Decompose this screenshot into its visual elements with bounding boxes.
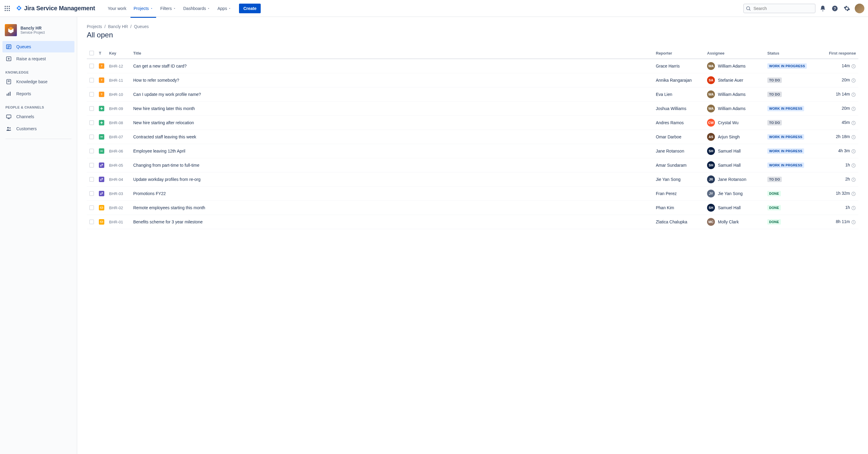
col-title[interactable]: Title (131, 48, 653, 59)
row-checkbox[interactable] (89, 106, 94, 111)
issue-key[interactable]: BHR-07 (109, 135, 123, 139)
row-checkbox[interactable] (89, 163, 94, 168)
breadcrumb-queues[interactable]: Queues (134, 24, 149, 29)
assignee-cell[interactable]: JRJane Rotanson (707, 176, 763, 183)
table-row[interactable]: BHR-04Update workday profiles from re-or… (87, 173, 858, 187)
col-type[interactable]: T (96, 48, 107, 59)
col-key[interactable]: Key (107, 48, 131, 59)
row-checkbox[interactable] (89, 120, 94, 125)
issue-key[interactable]: BHR-11 (109, 78, 123, 83)
table-row[interactable]: BHR-09New hire starting later this month… (87, 101, 858, 116)
app-switcher-icon[interactable] (2, 4, 12, 13)
row-checkbox[interactable] (89, 92, 94, 97)
col-assignee[interactable]: Assignee (705, 48, 765, 59)
project-header[interactable]: Bancly HR Service Project (2, 23, 74, 41)
issue-key[interactable]: BHR-02 (109, 206, 123, 210)
assignee-cell[interactable]: SHSamuel Hall (707, 147, 763, 155)
table-row[interactable]: ?BHR-11How to refer somebody?Annika Rang… (87, 73, 858, 87)
issue-title[interactable]: Changing from part-time to full-time (133, 163, 199, 168)
status-badge[interactable]: DONE (767, 205, 781, 210)
assignee-cell[interactable]: MCMolly Clark (707, 218, 763, 226)
row-checkbox[interactable] (89, 64, 94, 68)
issue-title[interactable]: How to refer somebody? (133, 78, 179, 83)
status-badge[interactable]: DONE (767, 219, 781, 224)
issue-key[interactable]: BHR-01 (109, 220, 123, 224)
issue-title[interactable]: Can I update my work profile name? (133, 92, 201, 97)
row-checkbox[interactable] (89, 177, 94, 182)
issue-title[interactable]: New hire starting after relocation (133, 120, 194, 125)
issue-title[interactable]: Update workday profiles from re-org (133, 177, 200, 182)
issue-title[interactable]: Can get a new staff ID card? (133, 64, 187, 68)
issue-title[interactable]: Promotions FY22 (133, 191, 166, 196)
issue-title[interactable]: Remote employees starting this month (133, 205, 205, 210)
row-checkbox[interactable] (89, 134, 94, 139)
nav-apps[interactable]: Apps (214, 4, 234, 13)
assignee-cell[interactable]: WAWilliam Adams (707, 104, 763, 113)
assignee-cell[interactable]: SHSamuel Hall (707, 204, 763, 212)
nav-projects[interactable]: Projects (130, 4, 156, 13)
issue-key[interactable]: BHR-05 (109, 163, 123, 168)
issue-key[interactable]: BHR-12 (109, 64, 123, 68)
issue-title[interactable]: Employee leaving 12th April (133, 149, 185, 153)
issue-key[interactable]: BHR-10 (109, 92, 123, 97)
col-first-response[interactable]: First response (816, 48, 858, 59)
table-row[interactable]: BHR-05Changing from part-time to full-ti… (87, 158, 858, 173)
row-checkbox[interactable] (89, 149, 94, 153)
assignee-cell[interactable]: WAWilliam Adams (707, 90, 763, 98)
table-row[interactable]: BHR-08New hire starting after relocation… (87, 116, 858, 130)
sidebar-item-queues[interactable]: Queues (2, 41, 74, 53)
table-row[interactable]: BHR-01Benefits scheme for 3 year milesto… (87, 215, 858, 229)
table-row[interactable]: ?BHR-10Can I update my work profile name… (87, 87, 858, 101)
help-icon[interactable]: ? (830, 4, 840, 13)
create-button[interactable]: Create (239, 4, 261, 13)
nav-filters[interactable]: Filters (157, 4, 179, 13)
issue-title[interactable]: New hire starting later this month (133, 106, 195, 111)
issue-key[interactable]: BHR-09 (109, 107, 123, 111)
issue-key[interactable]: BHR-08 (109, 121, 123, 125)
sidebar-item-customers[interactable]: Customers (2, 123, 74, 134)
breadcrumb-project[interactable]: Bancly HR (108, 24, 128, 29)
status-badge[interactable]: WORK IN PRGRESS (767, 162, 804, 168)
assignee-cell[interactable]: CWCrystal Wu (707, 119, 763, 127)
user-avatar[interactable] (855, 4, 864, 13)
row-checkbox[interactable] (89, 205, 94, 210)
sidebar-item-channels[interactable]: Channels (2, 111, 74, 122)
issue-key[interactable]: BHR-06 (109, 149, 123, 153)
row-checkbox[interactable] (89, 191, 94, 196)
nav-your-work[interactable]: Your work (105, 4, 130, 13)
product-logo[interactable]: Jira Service Management (13, 5, 98, 12)
issue-title[interactable]: Contracted staff leaving this week (133, 134, 196, 139)
sidebar-item-knowledge-base[interactable]: Knowledge base (2, 76, 74, 87)
table-row[interactable]: ?BHR-12Can get a new staff ID card?Grace… (87, 59, 858, 73)
status-badge[interactable]: TO DO (767, 78, 782, 83)
row-checkbox[interactable] (89, 78, 94, 83)
issue-key[interactable]: BHR-04 (109, 177, 123, 182)
status-badge[interactable]: WORK IN PRGRESS (767, 106, 804, 111)
notifications-icon[interactable] (818, 4, 828, 13)
settings-icon[interactable] (842, 4, 852, 13)
col-reporter[interactable]: Reporter (653, 48, 705, 59)
status-badge[interactable]: TO DO (767, 92, 782, 97)
status-badge[interactable]: WORK IN PROGRESS (767, 63, 807, 69)
table-row[interactable]: BHR-02Remote employees starting this mon… (87, 201, 858, 215)
sidebar-item-reports[interactable]: Reports (2, 88, 74, 99)
assignee-cell[interactable]: WAWilliam Adams (707, 62, 763, 70)
issue-key[interactable]: BHR-03 (109, 191, 123, 196)
col-status[interactable]: Status (765, 48, 816, 59)
assignee-cell[interactable]: SHSamuel Hall (707, 161, 763, 169)
status-badge[interactable]: TO DO (767, 177, 782, 182)
status-badge[interactable]: WORK IN PRGRESS (767, 148, 804, 154)
row-checkbox[interactable] (89, 219, 94, 224)
nav-dashboards[interactable]: Dashboards (180, 4, 213, 13)
status-badge[interactable]: DONE (767, 191, 781, 196)
status-badge[interactable]: WORK IN PRGRESS (767, 134, 804, 140)
assignee-cell[interactable]: ASArjun Singh (707, 133, 763, 141)
select-all-checkbox[interactable] (89, 51, 94, 56)
status-badge[interactable]: TO DO (767, 120, 782, 125)
table-row[interactable]: BHR-03Promotions FY22Fran PerezJYJie Yan… (87, 187, 858, 201)
sidebar-item-raise-request[interactable]: Raise a request (2, 53, 74, 64)
table-row[interactable]: BHR-07Contracted staff leaving this week… (87, 130, 858, 144)
table-row[interactable]: BHR-06Employee leaving 12th AprilJane Ro… (87, 144, 858, 158)
assignee-cell[interactable]: SAStefanie Auer (707, 76, 763, 84)
search-input[interactable] (743, 4, 815, 13)
